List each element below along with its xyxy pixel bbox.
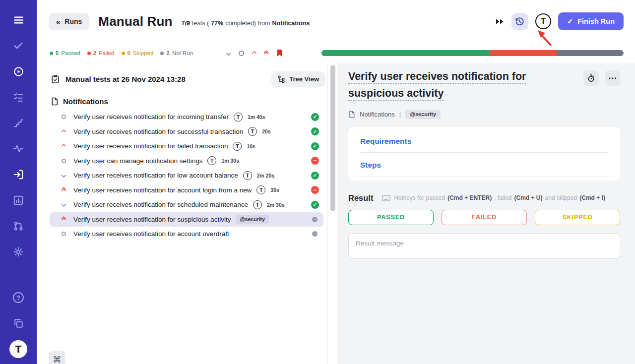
stat-skipped: 0Skipped [122, 50, 154, 56]
result-heading: Result [348, 193, 373, 203]
top-bar: « Runs Manual Run 7/9 tests ( 77% comple… [37, 0, 635, 43]
tree-view-button[interactable]: Tree View [271, 71, 325, 87]
test-list: Verify user receives notification for in… [50, 110, 327, 242]
priority-icon [60, 157, 67, 165]
back-to-runs-button[interactable]: « Runs [49, 13, 89, 30]
not-run-dot-icon [160, 52, 164, 55]
test-title: Verify user can manage notification sett… [73, 157, 202, 165]
test-duration: 1m 30s [221, 158, 239, 164]
steps-icon[interactable] [0, 110, 37, 136]
t-logo-badge: T [248, 127, 257, 136]
test-row[interactable]: Verify user receives notification for su… [50, 124, 323, 139]
filter-chevron-up-icon[interactable] [253, 52, 256, 55]
t-logo-badge: T [233, 142, 242, 151]
timer-button[interactable] [583, 70, 599, 86]
run-progress-bar[interactable] [321, 50, 624, 56]
activity-icon[interactable] [0, 136, 37, 162]
menu-icon[interactable] [0, 7, 37, 33]
t-logo-badge: T [256, 185, 265, 194]
priority-icon [60, 230, 67, 238]
filter-circle-icon[interactable] [239, 51, 244, 56]
failed-dot-icon [87, 52, 91, 55]
test-detail-panel: Verify user receives notification for su… [337, 63, 635, 364]
scrollbar-track[interactable] [327, 63, 337, 364]
priority-filters [227, 49, 283, 57]
t-logo-badge: T [234, 113, 243, 121]
filter-bookmark-icon[interactable] [276, 49, 283, 57]
file-icon [348, 111, 355, 118]
breadcrumb-group[interactable]: Notifications [360, 111, 395, 118]
tag-badge[interactable]: @security [236, 215, 269, 224]
sections-card: Requirements Steps [348, 127, 620, 181]
test-row[interactable]: Verify user receives notification for fa… [50, 139, 323, 154]
bar-chart-icon[interactable] [0, 187, 37, 213]
result-message-input[interactable] [348, 233, 620, 259]
priority-icon [60, 215, 67, 223]
steps-link[interactable]: Steps [360, 153, 608, 177]
stat-failed: 2Failed [87, 50, 115, 56]
check-icon[interactable] [0, 33, 37, 59]
test-detail-title[interactable]: Verify user receives notification for su… [348, 68, 583, 102]
status-icon [311, 172, 319, 180]
passed-button[interactable]: PASSED [348, 210, 434, 225]
gear-icon[interactable] [0, 239, 37, 265]
help-icon[interactable]: ? [0, 285, 37, 310]
run-progress-summary: 7/9 tests ( 77% completed) from Notifica… [182, 20, 310, 27]
fast-forward-icon[interactable] [495, 17, 505, 26]
test-row[interactable]: Verify user can manage notification sett… [50, 154, 323, 169]
status-icon [311, 127, 319, 135]
filter-double-chevron-up-icon[interactable] [264, 51, 268, 56]
priority-icon [60, 113, 67, 121]
progress-failed [490, 50, 557, 56]
run-title: Manual tests at 26 Nov 2024 13:28 [65, 75, 186, 83]
app-logo[interactable]: T [9, 340, 27, 358]
stopwatch-icon [587, 74, 595, 82]
copy-icon[interactable] [0, 310, 37, 336]
double-chevron-left-icon: « [56, 17, 60, 26]
test-duration: 20s [262, 128, 271, 134]
filter-chevron-down-icon[interactable] [227, 52, 230, 55]
status-icon [311, 186, 319, 194]
test-duration: 10s [247, 143, 255, 149]
test-title: Verify user receives notification for su… [73, 216, 231, 223]
test-row[interactable]: Verify user receives notification for in… [50, 110, 323, 124]
stat-not-run: 2Not Run [160, 50, 193, 56]
t-logo-badge: T [243, 171, 252, 180]
more-button[interactable]: ⋯ [605, 70, 620, 86]
test-title: Verify user receives notification for su… [73, 128, 243, 135]
status-icon [311, 157, 319, 165]
priority-icon [60, 127, 67, 135]
test-row[interactable]: Verify user receives notification for ac… [50, 183, 323, 198]
test-title: Verify user receives notification for ac… [73, 230, 229, 238]
play-circle-icon[interactable] [0, 59, 37, 84]
finish-run-button[interactable]: ✓ Finish Run [558, 12, 624, 30]
tag-badge[interactable]: @security [405, 110, 441, 119]
status-icon [312, 231, 318, 237]
requirements-link[interactable]: Requirements [360, 129, 608, 153]
failed-button[interactable]: FAILED [442, 210, 527, 225]
command-menu-button[interactable]: ⌘ [49, 351, 65, 364]
history-button[interactable] [511, 13, 528, 30]
avatar[interactable]: T [535, 13, 551, 29]
test-title: Verify user receives notification for ac… [73, 186, 252, 194]
branch-icon[interactable] [0, 213, 37, 239]
scrollbar-thumb[interactable] [330, 65, 335, 211]
test-title: Verify user receives notification for in… [73, 113, 229, 121]
test-row-selected[interactable]: Verify user receives notification for su… [50, 212, 323, 227]
status-icon [311, 142, 319, 150]
skipped-dot-icon [122, 52, 125, 55]
status-bar: 5Passed 2Failed 0Skipped 2Not Run [37, 43, 635, 63]
test-row[interactable]: Verify user receives notification for sc… [50, 197, 323, 212]
hotkeys-hint: Hotkeys for passed (Cmd + ENTER) , faile… [382, 194, 605, 201]
test-row[interactable]: Verify user receives notification for lo… [50, 168, 323, 183]
skipped-button[interactable]: SKIPPED [535, 210, 620, 225]
tree-icon [278, 75, 285, 83]
priority-icon [60, 172, 67, 180]
checklist-icon[interactable] [0, 84, 37, 110]
test-title: Verify user receives notification for lo… [73, 172, 238, 179]
test-row[interactable]: Verify user receives notification for ac… [50, 227, 323, 242]
import-icon[interactable] [0, 162, 37, 187]
suite-notifications[interactable]: Notifications [50, 93, 327, 110]
progress-passed [321, 50, 490, 56]
check-icon: ✓ [567, 17, 573, 25]
